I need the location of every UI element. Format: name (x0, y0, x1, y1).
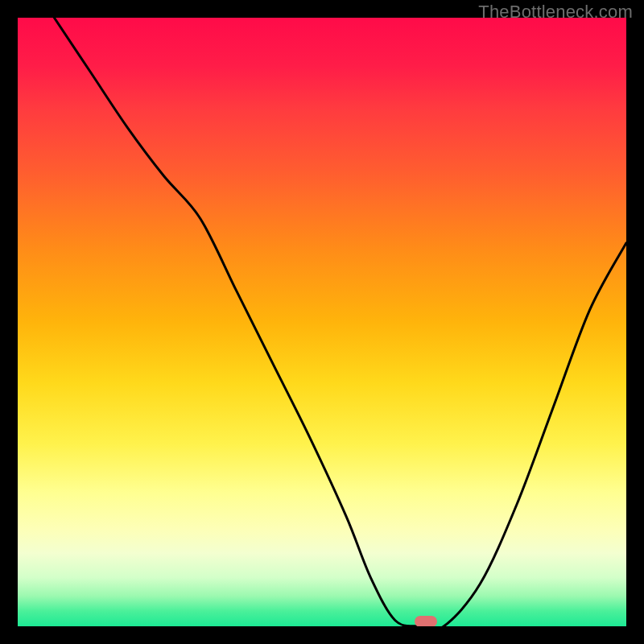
curve-svg (18, 18, 626, 626)
plot-area (18, 18, 626, 626)
chart-frame: TheBottleneck.com (0, 0, 644, 644)
watermark-text: TheBottleneck.com (478, 2, 633, 23)
bottleneck-curve (54, 18, 626, 626)
optimal-marker (415, 616, 437, 626)
